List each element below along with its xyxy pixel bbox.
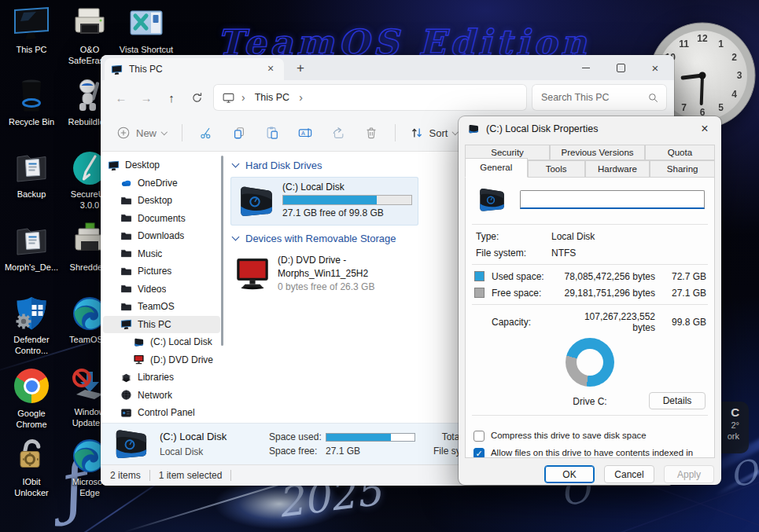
hard-drive-icon: [234, 181, 275, 222]
group-title: Hard Disk Drives: [245, 160, 322, 171]
tab-hardware[interactable]: Hardware: [585, 160, 650, 178]
desktop-icon-this-pc[interactable]: This PC: [2, 5, 61, 55]
sidebar-item-pictures[interactable]: Pictures: [103, 262, 220, 281]
tab-general[interactable]: General: [465, 158, 528, 178]
recycle-icon: [13, 77, 50, 115]
desktop-icon-backup[interactable]: Backup: [2, 149, 61, 200]
new-label: New: [136, 127, 157, 139]
desktop-icon-recycle-bin[interactable]: Recycle Bin: [2, 77, 61, 127]
sidebar-item-c-local-disk[interactable]: (C:) Local Disk: [103, 333, 220, 351]
chevron-down-icon: [232, 233, 240, 241]
desktop-icon-label: IObit Unlocker: [2, 476, 61, 499]
separator: [472, 415, 708, 416]
sidebar-item-label: (D:) DVD Drive: [150, 354, 213, 365]
breadcrumb-this-pc[interactable]: This PC: [252, 92, 293, 103]
drive-item-d-dvd-drive[interactable]: (D:) DVD Drive -Morphs_Win11_25H20 bytes…: [230, 250, 418, 296]
back-button[interactable]: ←: [109, 85, 134, 110]
rename-button[interactable]: A: [289, 119, 322, 146]
up-button[interactable]: ↑: [159, 85, 184, 110]
tab-quota[interactable]: Quota: [645, 145, 715, 160]
desktop-icon-vista-shortcut[interactable]: Vista Shortcut: [116, 5, 176, 55]
desktop-icon-iobit-unlocker[interactable]: IObit Unlocker: [2, 437, 61, 499]
sidebar-item-videos[interactable]: Videos: [103, 281, 220, 299]
free-space-swatch: [474, 288, 485, 298]
details-button[interactable]: Details: [649, 392, 706, 409]
desktop-icon-defender-contro[interactable]: Defender Contro...: [2, 295, 61, 357]
desktop-icon-google-chrome[interactable]: Google Chrome: [2, 367, 61, 431]
properties-dialog: (C:) Local Disk Properties × SecurityPre…: [459, 116, 721, 485]
apply-button[interactable]: Apply: [664, 465, 714, 483]
window-controls: ×: [569, 55, 672, 80]
sidebar-item-onedrive[interactable]: OneDrive: [103, 174, 220, 193]
tab-sharing[interactable]: Sharing: [650, 160, 715, 178]
disk-usage-donut: [566, 338, 614, 387]
sidebar-item-d-dvd-drive[interactable]: (D:) DVD Drive: [103, 351, 220, 369]
checkbox-compress-drive[interactable]: [473, 431, 485, 442]
sidebar-item-this-pc[interactable]: This PC: [103, 316, 220, 334]
printer-icon: [71, 5, 109, 42]
search-input[interactable]: [540, 91, 647, 104]
desktop-icon-morph-s-de[interactable]: Morph's_De...: [2, 222, 61, 273]
search-icon: [647, 92, 659, 104]
close-button[interactable]: ×: [638, 55, 672, 80]
sidebar-item-control-panel[interactable]: Control Panel: [103, 404, 220, 422]
dialog-title: (C:) Local Disk Properties: [486, 123, 598, 134]
checkbox-row: Compress this drive to save disk space: [473, 427, 706, 444]
cloud-icon: [120, 177, 132, 189]
sidebar-item-desktop[interactable]: Desktop: [103, 192, 220, 210]
sidebar-item-music[interactable]: Music: [103, 245, 220, 263]
volume-label-input[interactable]: [520, 190, 705, 209]
sidebar-item-desktop[interactable]: Desktop: [103, 156, 220, 174]
desktop-icon-label: Vista Shortcut: [116, 44, 176, 55]
sidebar-item-teamos[interactable]: TeamOS: [103, 298, 220, 316]
sidebar-item-downloads[interactable]: Downloads: [103, 227, 220, 245]
rename-icon: A: [298, 126, 312, 140]
cpl-icon: [120, 407, 132, 419]
new-button[interactable]: New: [109, 119, 175, 146]
address-bar[interactable]: › This PC ›: [214, 85, 526, 110]
tab-close-icon[interactable]: ×: [263, 62, 278, 76]
space-size: 27.1 GB: [665, 288, 706, 299]
sort-button[interactable]: Sort: [403, 119, 465, 146]
capacity-bar-fill: [283, 196, 377, 204]
desktop-icon-label: Morph's_De...: [2, 262, 61, 273]
tab-this-pc[interactable]: This PC ×: [105, 58, 284, 80]
lib-icon: [120, 372, 132, 383]
sidebar-item-label: OneDrive: [138, 178, 178, 189]
separator: [472, 304, 708, 305]
paste-button[interactable]: [256, 119, 289, 146]
dvd-icon: [133, 354, 145, 365]
minimize-button[interactable]: [569, 55, 603, 80]
computer-icon: [222, 91, 235, 105]
checkbox-allow-indexing[interactable]: ✓: [473, 448, 485, 458]
cancel-button[interactable]: Cancel: [604, 465, 654, 483]
tab-tools[interactable]: Tools: [528, 160, 585, 178]
sidebar-item-libraries[interactable]: Libraries: [103, 369, 220, 387]
dialog-close-icon[interactable]: ×: [690, 118, 720, 140]
weather-widget-text: ork: [728, 431, 739, 441]
maximize-button[interactable]: [603, 55, 638, 80]
sidebar-item-documents[interactable]: Documents: [103, 210, 220, 228]
monitor-icon: [108, 160, 120, 171]
this-pc-icon: [13, 5, 50, 42]
sidebar-scrollbar[interactable]: [221, 156, 223, 346]
selected-item-type: Local Disk: [160, 446, 259, 457]
sidebar-item-network[interactable]: Network: [103, 387, 220, 405]
tab-previous-versions[interactable]: Previous Versions: [550, 145, 645, 160]
delete-button[interactable]: [355, 119, 388, 146]
drive-icon-large: [475, 184, 507, 215]
ok-button[interactable]: OK: [544, 465, 595, 483]
address-row: ← → ↑ › This PC ›: [101, 80, 674, 115]
used-space-swatch: [474, 271, 485, 281]
cut-button[interactable]: [190, 119, 223, 146]
refresh-button[interactable]: [184, 85, 209, 110]
copy-button[interactable]: [223, 119, 256, 146]
drive-item-c-local-disk[interactable]: (C:) Local Disk27.1 GB free of 99.8 GB: [230, 177, 418, 226]
forward-button[interactable]: →: [134, 85, 159, 110]
folder-icon: [120, 212, 132, 224]
share-button[interactable]: [322, 119, 355, 146]
capacity-bar: [282, 195, 412, 205]
copy-icon: [232, 126, 246, 140]
search-box[interactable]: [532, 85, 666, 110]
new-tab-button[interactable]: +: [290, 59, 311, 79]
